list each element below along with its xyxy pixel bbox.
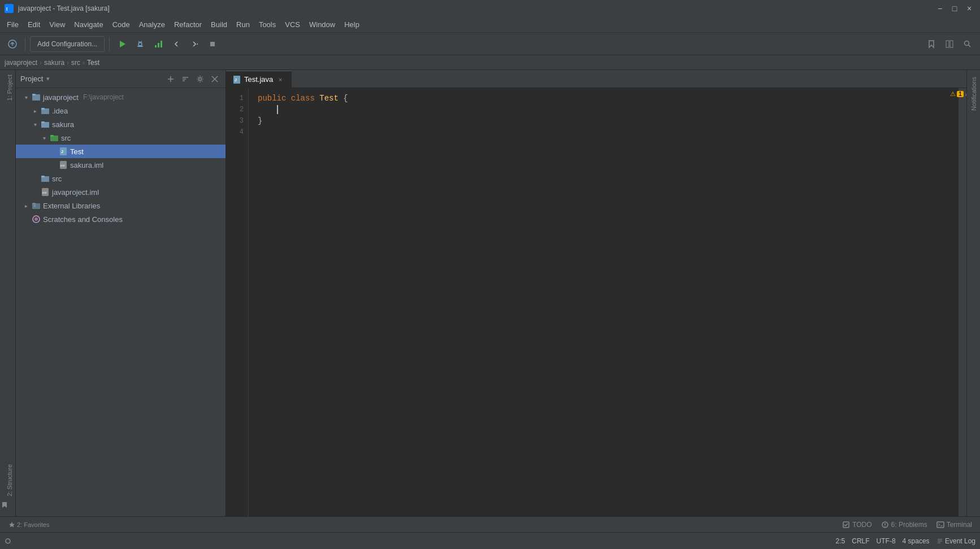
cursor-position[interactable]: 2:5: [836, 537, 845, 545]
menu-view[interactable]: View: [45, 18, 70, 31]
code-editor[interactable]: public class Test { }: [249, 88, 959, 516]
restore-layout-button[interactable]: [942, 36, 957, 52]
svg-rect-11: [950, 41, 953, 47]
tab-label: Test.java: [244, 75, 273, 84]
menu-edit[interactable]: Edit: [23, 18, 45, 31]
tree-item-test[interactable]: ▸ J Test: [16, 145, 226, 158]
classname-test: Test: [319, 93, 339, 104]
panel-header-actions: [164, 73, 221, 85]
menu-file[interactable]: File: [2, 18, 23, 31]
menu-help[interactable]: Help: [340, 18, 364, 31]
event-log-label: Event Log: [945, 537, 975, 545]
code-line-4: [258, 127, 949, 138]
smart-compile-button[interactable]: [5, 36, 20, 52]
svg-rect-9: [210, 42, 215, 46]
vcs-indicator[interactable]: [5, 538, 11, 544]
structure-tab-vertical[interactable]: 2: Structure: [0, 460, 15, 501]
menu-vcs[interactable]: VCS: [280, 18, 305, 31]
forward-button[interactable]: [187, 36, 202, 52]
menu-code[interactable]: Code: [108, 18, 135, 31]
notifications-vertical[interactable]: Notifications: [969, 72, 978, 115]
breadcrumb-sakura[interactable]: sakura: [44, 59, 64, 67]
breadcrumb-current: Test: [87, 59, 99, 67]
favorites-tab[interactable]: 2: Favorites: [5, 518, 53, 531]
menu-analyze[interactable]: Analyze: [135, 18, 170, 31]
code-line-3: }: [258, 115, 949, 127]
menu-window[interactable]: Window: [305, 18, 340, 31]
bookmark-icon: [0, 501, 9, 510]
problems-tab[interactable]: 6: Problems: [878, 518, 931, 531]
terminal-icon: [936, 521, 944, 529]
folder-icon-sakura: [41, 120, 50, 129]
menu-run[interactable]: Run: [232, 18, 254, 31]
indent[interactable]: 4 spaces: [903, 537, 930, 545]
search-everywhere-button[interactable]: [960, 36, 975, 52]
tree-item-sakura[interactable]: ▾ sakura: [16, 117, 226, 131]
menu-bar: File Edit View Navigate Code Analyze Ref…: [0, 17, 980, 33]
svg-text:iml: iml: [42, 191, 47, 194]
problems-icon: [881, 521, 889, 529]
tab-test-java[interactable]: J Test.java ×: [226, 71, 292, 88]
breadcrumb-src[interactable]: src: [71, 59, 80, 67]
todo-tab[interactable]: TODO: [839, 518, 875, 531]
panel-settings-button[interactable]: [194, 73, 206, 85]
folder-icon-src2: [41, 174, 50, 183]
close-panel-button[interactable]: [209, 73, 221, 85]
tree-item-sakuraiml[interactable]: ▸ iml sakura.iml: [16, 158, 226, 172]
code-brace-open: {: [339, 93, 348, 104]
breadcrumb-bar: javaproject › sakura › src › Test: [0, 55, 980, 70]
tree-item-javaproject[interactable]: ▾ javaproject F:\javaproject: [16, 90, 226, 104]
svg-rect-6: [155, 45, 157, 47]
tree-item-extlibs[interactable]: ▸ ≡ External Libraries: [16, 199, 226, 212]
project-panel: Project ▾: [16, 70, 226, 516]
stop-button[interactable]: [205, 36, 220, 52]
line-num-2: 2: [226, 104, 248, 115]
add-configuration-button[interactable]: Add Configuration...: [30, 36, 105, 52]
tree-item-scratches[interactable]: ▸ Scratches and Consoles: [16, 212, 226, 226]
encoding[interactable]: UTF-8: [877, 537, 896, 545]
new-file-button[interactable]: [164, 73, 177, 85]
breadcrumb-sep-2: ›: [67, 59, 69, 67]
toolbar-sep-1: [25, 37, 25, 51]
breadcrumb-javaproject[interactable]: javaproject: [5, 59, 37, 67]
maximize-button[interactable]: □: [948, 2, 961, 15]
debug-button[interactable]: [132, 36, 148, 52]
panel-title: Project: [20, 75, 43, 83]
close-button[interactable]: ×: [963, 2, 975, 15]
event-log[interactable]: Event Log: [936, 537, 975, 545]
status-bar: 2:5 CRLF UTF-8 4 spaces Event Log: [0, 532, 980, 549]
java-file-icon: J: [59, 147, 68, 156]
tab-close-button[interactable]: ×: [276, 76, 284, 84]
tree-item-idea[interactable]: ▸ .idea: [16, 104, 226, 117]
iml-file-icon: iml: [59, 160, 68, 169]
minimize-button[interactable]: −: [934, 2, 946, 15]
code-line-2: [258, 104, 949, 115]
panel-title-dropdown-icon[interactable]: ▾: [46, 75, 50, 82]
tree-label-sakura: sakura: [52, 120, 74, 129]
scratches-icon: [32, 215, 41, 224]
svg-point-19: [199, 77, 202, 80]
tool-windows-bar: 2: Favorites TODO 6: Problems Terminal: [0, 516, 980, 532]
svg-point-42: [34, 217, 38, 221]
bookmark-manager-button[interactable]: [923, 36, 939, 52]
line-ending[interactable]: CRLF: [852, 537, 869, 545]
svg-rect-27: [41, 121, 45, 123]
svg-point-12: [965, 41, 969, 45]
project-tab-vertical[interactable]: 1: Project: [0, 70, 15, 105]
menu-refactor[interactable]: Refactor: [170, 18, 206, 31]
terminal-tab[interactable]: Terminal: [933, 518, 975, 531]
tree-item-src[interactable]: ▾ src: [16, 131, 226, 145]
code-line-1: public class Test {: [258, 93, 949, 104]
tree-item-src2[interactable]: ▸ src: [16, 172, 226, 185]
menu-tools[interactable]: Tools: [254, 18, 280, 31]
tree-item-javaprojectiml[interactable]: ▸ iml javaproject.iml: [16, 185, 226, 199]
run-button[interactable]: [114, 36, 130, 52]
menu-navigate[interactable]: Navigate: [70, 18, 107, 31]
coverage-button[interactable]: [150, 36, 166, 52]
tree-label-scratches: Scratches and Consoles: [43, 215, 123, 224]
menu-build[interactable]: Build: [206, 18, 232, 31]
left-vertical-tabs: 1: Project 2: Structure: [0, 70, 16, 516]
back-button[interactable]: [168, 36, 184, 52]
todo-icon: [842, 521, 850, 529]
collapse-all-button[interactable]: [179, 73, 192, 85]
